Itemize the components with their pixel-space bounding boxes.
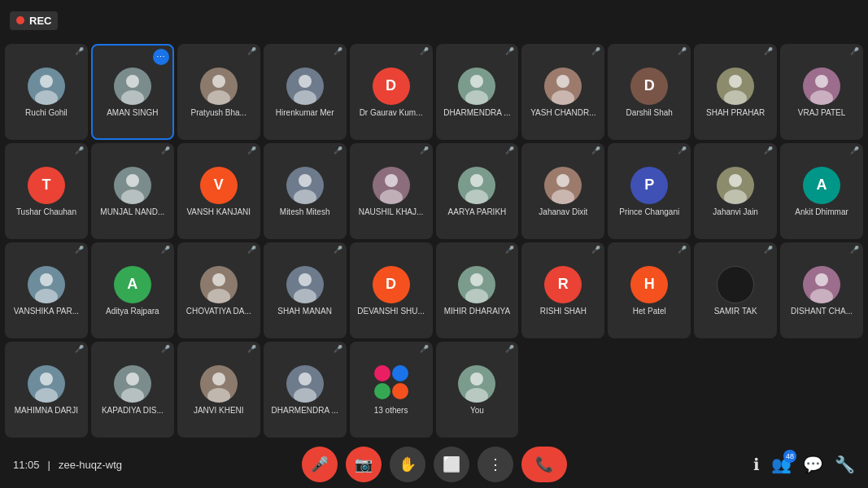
activities-button[interactable]: 🔧 <box>835 455 855 474</box>
participant-name: Darshil Shah <box>623 108 676 117</box>
participant-tile[interactable]: 🎤 D Darshil Shah <box>608 44 691 140</box>
avatar: A <box>114 266 151 303</box>
participant-tile[interactable]: D DEVANSHI SHU... <box>350 242 433 338</box>
avatar <box>286 167 324 204</box>
participant-tile[interactable]: 🎤 SAMIR TAK <box>694 242 777 338</box>
bottom-bar: 11:05 | zee-huqz-wtg 🎤 📷 ✋ ⬜ ⋮ 📞 ℹ 👥 48 … <box>0 441 868 488</box>
mic-button[interactable]: 🎤 <box>302 447 338 482</box>
top-bar: REC <box>0 0 868 41</box>
mute-icon: 🎤 <box>678 146 687 155</box>
avatar <box>200 365 238 403</box>
mute-icon: 🎤 <box>334 146 342 155</box>
participant-tile[interactable]: 🎤 A Ankit Dhimmar <box>780 143 863 239</box>
participant-name: AARYA PARIKH <box>445 207 510 216</box>
svg-point-40 <box>126 373 139 386</box>
participant-tile[interactable]: 🎤 MUNJAL NAND... <box>91 143 174 239</box>
participant-name: RISHI SHAH <box>537 307 590 316</box>
participant-tile[interactable]: 🎤 DISHANT CHA... <box>780 242 863 338</box>
more-options-button[interactable]: ⋯ <box>153 49 169 65</box>
participant-name: Dr Gaurav Kum... <box>356 108 426 117</box>
video-button[interactable]: 📷 <box>346 447 382 482</box>
svg-point-29 <box>35 289 58 303</box>
svg-point-37 <box>810 289 833 303</box>
participant-tile[interactable]: 🎤 D Dr Gaurav Kum... <box>350 44 433 140</box>
avatar <box>458 266 495 303</box>
participant-tile[interactable]: 🎤 Pratyush Bha... <box>177 44 260 140</box>
participants-button[interactable]: 👥 48 <box>771 455 792 474</box>
avatar: D <box>373 68 410 105</box>
participant-name: Jahanvi Jain <box>709 207 761 216</box>
participant-tile[interactable]: 🎤 R RISHI SHAH <box>521 242 604 338</box>
participant-name: DEVANSHI SHU... <box>354 307 428 316</box>
participant-name: MUNJAL NAND... <box>97 207 168 216</box>
participant-tile[interactable]: 🎤 P Prince Changani <box>608 143 691 239</box>
svg-point-41 <box>121 388 144 403</box>
present-button[interactable]: ⬜ <box>434 447 469 482</box>
participant-name: JANVI KHENI <box>190 406 247 415</box>
avatar <box>114 167 151 204</box>
info-button[interactable]: ℹ <box>753 455 760 474</box>
participant-tile[interactable]: 🎤 13 others <box>350 342 433 438</box>
participant-tile[interactable]: 🎤 AARYA PARIKH <box>436 143 519 239</box>
participant-tile[interactable]: 🎤 YASH CHANDR... <box>521 44 604 140</box>
svg-point-42 <box>212 373 225 386</box>
participants-grid: 🎤 Ruchi Gohil ⋯ AMAN SINGH 🎤 Pr <box>0 41 868 441</box>
participant-tile[interactable]: 🎤 Hirenkumar Mer <box>264 44 347 140</box>
svg-point-27 <box>724 190 747 204</box>
svg-point-8 <box>470 75 483 88</box>
participant-name: Tushar Chauhan <box>13 207 80 216</box>
participant-tile[interactable]: 🎤 VRAJ PATEL <box>780 44 863 140</box>
end-call-icon: 📞 <box>535 455 553 473</box>
more-button[interactable]: ⋮ <box>478 447 513 482</box>
end-call-button[interactable]: 📞 <box>521 447 567 482</box>
participant-tile[interactable]: 🎤 JANVI KHENI <box>177 342 260 438</box>
svg-point-47 <box>465 388 488 403</box>
mute-icon: 🎤 <box>420 47 429 55</box>
participant-tile[interactable]: 🎤 Jahanav Dixit <box>521 143 604 239</box>
mute-icon: 🎤 <box>505 47 514 55</box>
participant-tile[interactable]: 🎤 VANSHIKA PAR... <box>5 242 88 338</box>
svg-point-1 <box>35 90 58 105</box>
svg-point-19 <box>294 190 316 204</box>
svg-point-24 <box>556 174 569 187</box>
participant-tile[interactable]: 🎤 DHARMENDRA ... <box>436 44 519 140</box>
mute-icon: 🎤 <box>420 146 429 155</box>
svg-point-18 <box>299 174 312 187</box>
hand-button[interactable]: ✋ <box>390 447 425 482</box>
participant-tile[interactable]: 🎤 MIHIR DHARAIYA <box>436 242 519 338</box>
svg-point-28 <box>40 273 53 286</box>
participant-tile[interactable]: 🎤 H Het Patel <box>608 242 691 338</box>
avatar <box>28 68 65 105</box>
participant-tile[interactable]: 🎤 KAPADIYA DIS... <box>91 342 174 438</box>
mute-icon: 🎤 <box>161 345 170 353</box>
participant-name: VANSH KANJANI <box>183 207 254 216</box>
mute-icon: 🎤 <box>75 47 84 55</box>
participant-tile[interactable]: 🎤 Mitesh Mitesh <box>264 143 347 239</box>
participant-tile[interactable]: 🎤 Ruchi Gohil <box>5 44 88 140</box>
chat-button[interactable]: 💬 <box>803 455 823 474</box>
participant-name: DHARMENDRA ... <box>440 108 513 117</box>
mute-icon: 🎤 <box>247 345 256 353</box>
more-icon: ⋮ <box>488 455 503 473</box>
participant-tile[interactable]: 🎤 DHARMENDRA ... <box>264 342 347 438</box>
participant-tile[interactable]: 🎤 MAHIMNA DARJI <box>5 342 88 438</box>
participant-tile[interactable]: 🎤 SHAH PRAHAR <box>694 44 777 140</box>
participant-tile[interactable]: ⋯ AMAN SINGH <box>91 44 174 140</box>
avatar <box>717 266 754 303</box>
svg-point-15 <box>810 90 833 105</box>
participant-tile[interactable]: 🎤 SHAH MANAN <box>264 242 347 338</box>
svg-point-5 <box>207 90 230 105</box>
participant-name: Hirenkumar Mer <box>273 108 338 117</box>
participant-tile[interactable]: 🎤 A Aditya Rajpara <box>91 242 174 338</box>
participant-tile[interactable]: 🎤 You <box>436 342 519 438</box>
participant-tile[interactable]: 🎤 NAUSHIL KHAJ... <box>350 143 433 239</box>
participant-name: MIHIR DHARAIYA <box>441 307 514 316</box>
mute-icon: 🎤 <box>75 345 84 353</box>
participant-tile[interactable]: 🎤 Jahanvi Jain <box>694 143 777 239</box>
participant-tile[interactable]: 🎤 V VANSH KANJANI <box>177 143 260 239</box>
mute-icon: 🎤 <box>161 246 170 254</box>
participant-tile[interactable]: 🎤 T Tushar Chauhan <box>5 143 88 239</box>
participant-tile[interactable]: 🎤 CHOVATIYA DA... <box>177 242 260 338</box>
mute-icon: 🎤 <box>591 246 600 254</box>
svg-point-34 <box>470 273 483 286</box>
